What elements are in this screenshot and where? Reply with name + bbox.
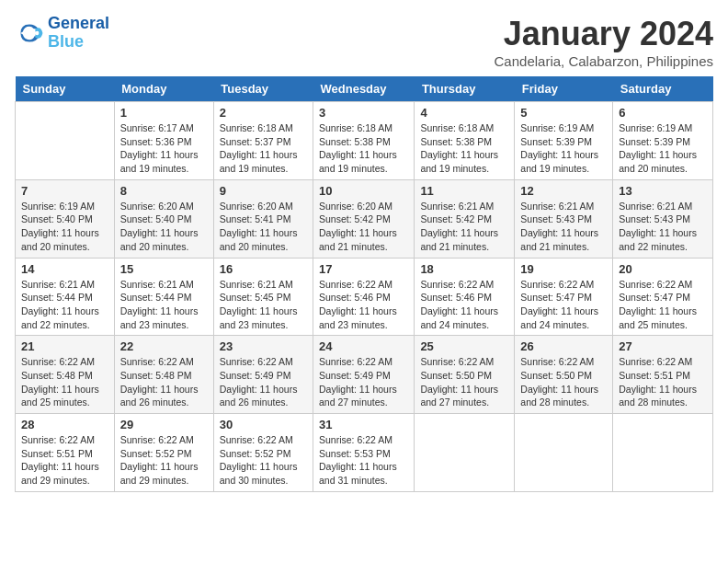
- day-number: 20: [619, 262, 707, 276]
- day-number: 22: [120, 339, 208, 353]
- day-number: 21: [21, 339, 108, 353]
- day-info: Sunrise: 6:22 AM Sunset: 5:47 PM Dayligh…: [520, 278, 607, 332]
- day-number: 6: [619, 106, 707, 120]
- calendar-cell: 3Sunrise: 6:18 AM Sunset: 5:38 PM Daylig…: [313, 102, 415, 180]
- day-number: 31: [319, 418, 408, 431]
- day-number: 4: [420, 106, 508, 120]
- day-info: Sunrise: 6:20 AM Sunset: 5:41 PM Dayligh…: [220, 200, 307, 254]
- calendar-cell: 10Sunrise: 6:20 AM Sunset: 5:42 PM Dayli…: [313, 179, 415, 258]
- title-block: January 2024 Candelaria, Calabarzon, Phi…: [495, 15, 713, 69]
- day-info: Sunrise: 6:22 AM Sunset: 5:52 PM Dayligh…: [120, 433, 208, 488]
- day-info: Sunrise: 6:22 AM Sunset: 5:50 PM Dayligh…: [420, 355, 508, 409]
- day-number: 29: [120, 418, 208, 431]
- day-header-friday: Friday: [515, 76, 613, 102]
- calendar-cell: 16Sunrise: 6:21 AM Sunset: 5:45 PM Dayli…: [213, 258, 313, 336]
- day-info: Sunrise: 6:22 AM Sunset: 5:48 PM Dayligh…: [120, 355, 208, 409]
- day-header-tuesday: Tuesday: [213, 76, 313, 102]
- day-number: 8: [120, 184, 208, 198]
- calendar-cell: [16, 102, 115, 180]
- calendar-week-4: 21Sunrise: 6:22 AM Sunset: 5:48 PM Dayli…: [16, 336, 713, 414]
- day-number: 15: [120, 262, 208, 276]
- day-number: 3: [319, 106, 408, 120]
- calendar-cell: 15Sunrise: 6:21 AM Sunset: 5:44 PM Dayli…: [114, 258, 213, 336]
- day-info: Sunrise: 6:22 AM Sunset: 5:49 PM Dayligh…: [319, 355, 408, 409]
- day-info: Sunrise: 6:22 AM Sunset: 5:47 PM Dayligh…: [619, 278, 707, 332]
- calendar-cell: 26Sunrise: 6:22 AM Sunset: 5:50 PM Dayli…: [515, 336, 613, 414]
- day-number: 28: [21, 418, 108, 431]
- day-header-monday: Monday: [114, 76, 213, 102]
- day-info: Sunrise: 6:19 AM Sunset: 5:40 PM Dayligh…: [21, 200, 108, 254]
- calendar-cell: 24Sunrise: 6:22 AM Sunset: 5:49 PM Dayli…: [313, 336, 415, 414]
- calendar-header-row: SundayMondayTuesdayWednesdayThursdayFrid…: [16, 76, 713, 102]
- day-number: 5: [520, 106, 607, 120]
- calendar-cell: 12Sunrise: 6:21 AM Sunset: 5:43 PM Dayli…: [515, 179, 613, 258]
- day-number: 1: [120, 106, 208, 120]
- day-number: 17: [319, 262, 408, 276]
- calendar-cell: [515, 414, 613, 492]
- calendar-cell: 20Sunrise: 6:22 AM Sunset: 5:47 PM Dayli…: [613, 258, 713, 336]
- day-info: Sunrise: 6:22 AM Sunset: 5:48 PM Dayligh…: [21, 355, 108, 409]
- day-header-saturday: Saturday: [613, 76, 713, 102]
- day-number: 26: [520, 339, 607, 353]
- calendar-week-5: 28Sunrise: 6:22 AM Sunset: 5:51 PM Dayli…: [16, 414, 713, 492]
- day-number: 12: [520, 184, 607, 198]
- day-info: Sunrise: 6:21 AM Sunset: 5:42 PM Dayligh…: [420, 200, 508, 254]
- day-info: Sunrise: 6:22 AM Sunset: 5:52 PM Dayligh…: [220, 433, 307, 488]
- day-number: 2: [220, 106, 307, 120]
- logo-text: General Blue: [48, 15, 109, 52]
- calendar-body: 1Sunrise: 6:17 AM Sunset: 5:36 PM Daylig…: [16, 102, 713, 492]
- calendar-cell: 22Sunrise: 6:22 AM Sunset: 5:48 PM Dayli…: [114, 336, 213, 414]
- day-number: 10: [319, 184, 408, 198]
- day-info: Sunrise: 6:22 AM Sunset: 5:53 PM Dayligh…: [319, 433, 408, 488]
- calendar-cell: 25Sunrise: 6:22 AM Sunset: 5:50 PM Dayli…: [415, 336, 515, 414]
- day-info: Sunrise: 6:20 AM Sunset: 5:40 PM Dayligh…: [120, 200, 208, 254]
- calendar-cell: 8Sunrise: 6:20 AM Sunset: 5:40 PM Daylig…: [114, 179, 213, 258]
- day-info: Sunrise: 6:17 AM Sunset: 5:36 PM Dayligh…: [120, 121, 208, 176]
- calendar-cell: 2Sunrise: 6:18 AM Sunset: 5:37 PM Daylig…: [213, 102, 313, 180]
- day-number: 16: [220, 262, 307, 276]
- day-header-thursday: Thursday: [415, 76, 515, 102]
- logo-icon: [15, 18, 44, 48]
- calendar-cell: 28Sunrise: 6:22 AM Sunset: 5:51 PM Dayli…: [16, 414, 115, 492]
- calendar-week-1: 1Sunrise: 6:17 AM Sunset: 5:36 PM Daylig…: [16, 102, 713, 180]
- calendar-cell: 5Sunrise: 6:19 AM Sunset: 5:39 PM Daylig…: [515, 102, 613, 180]
- calendar-cell: 14Sunrise: 6:21 AM Sunset: 5:44 PM Dayli…: [16, 258, 115, 336]
- day-number: 23: [220, 339, 307, 353]
- calendar-cell: 31Sunrise: 6:22 AM Sunset: 5:53 PM Dayli…: [313, 414, 415, 492]
- day-info: Sunrise: 6:21 AM Sunset: 5:45 PM Dayligh…: [220, 278, 307, 332]
- calendar-cell: [415, 414, 515, 492]
- calendar-cell: 6Sunrise: 6:19 AM Sunset: 5:39 PM Daylig…: [613, 102, 713, 180]
- calendar-cell: 29Sunrise: 6:22 AM Sunset: 5:52 PM Dayli…: [114, 414, 213, 492]
- day-number: 11: [420, 184, 508, 198]
- calendar-cell: 27Sunrise: 6:22 AM Sunset: 5:51 PM Dayli…: [613, 336, 713, 414]
- day-info: Sunrise: 6:22 AM Sunset: 5:49 PM Dayligh…: [220, 355, 307, 409]
- day-header-sunday: Sunday: [16, 76, 115, 102]
- calendar-cell: 18Sunrise: 6:22 AM Sunset: 5:46 PM Dayli…: [415, 258, 515, 336]
- day-info: Sunrise: 6:18 AM Sunset: 5:38 PM Dayligh…: [319, 121, 408, 176]
- day-number: 13: [619, 184, 707, 198]
- day-info: Sunrise: 6:19 AM Sunset: 5:39 PM Dayligh…: [520, 121, 607, 176]
- day-number: 25: [420, 339, 508, 353]
- day-number: 14: [21, 262, 108, 276]
- day-number: 19: [520, 262, 607, 276]
- calendar-cell: 21Sunrise: 6:22 AM Sunset: 5:48 PM Dayli…: [16, 336, 115, 414]
- calendar-cell: 7Sunrise: 6:19 AM Sunset: 5:40 PM Daylig…: [16, 179, 115, 258]
- day-info: Sunrise: 6:22 AM Sunset: 5:51 PM Dayligh…: [21, 433, 108, 488]
- day-info: Sunrise: 6:19 AM Sunset: 5:39 PM Dayligh…: [619, 121, 707, 176]
- calendar-cell: 17Sunrise: 6:22 AM Sunset: 5:46 PM Dayli…: [313, 258, 415, 336]
- calendar-cell: 30Sunrise: 6:22 AM Sunset: 5:52 PM Dayli…: [213, 414, 313, 492]
- day-info: Sunrise: 6:18 AM Sunset: 5:37 PM Dayligh…: [220, 121, 307, 176]
- day-info: Sunrise: 6:22 AM Sunset: 5:51 PM Dayligh…: [619, 355, 707, 409]
- day-number: 24: [319, 339, 408, 353]
- day-header-wednesday: Wednesday: [313, 76, 415, 102]
- day-number: 27: [619, 339, 707, 353]
- day-info: Sunrise: 6:18 AM Sunset: 5:38 PM Dayligh…: [420, 121, 508, 176]
- day-info: Sunrise: 6:22 AM Sunset: 5:46 PM Dayligh…: [420, 278, 508, 332]
- calendar-subtitle: Candelaria, Calabarzon, Philippines: [495, 53, 713, 69]
- day-number: 7: [21, 184, 108, 198]
- calendar-table: SundayMondayTuesdayWednesdayThursdayFrid…: [15, 76, 713, 492]
- logo: General Blue: [15, 15, 109, 52]
- calendar-week-2: 7Sunrise: 6:19 AM Sunset: 5:40 PM Daylig…: [16, 179, 713, 258]
- day-info: Sunrise: 6:21 AM Sunset: 5:44 PM Dayligh…: [21, 278, 108, 332]
- day-info: Sunrise: 6:21 AM Sunset: 5:43 PM Dayligh…: [520, 200, 607, 254]
